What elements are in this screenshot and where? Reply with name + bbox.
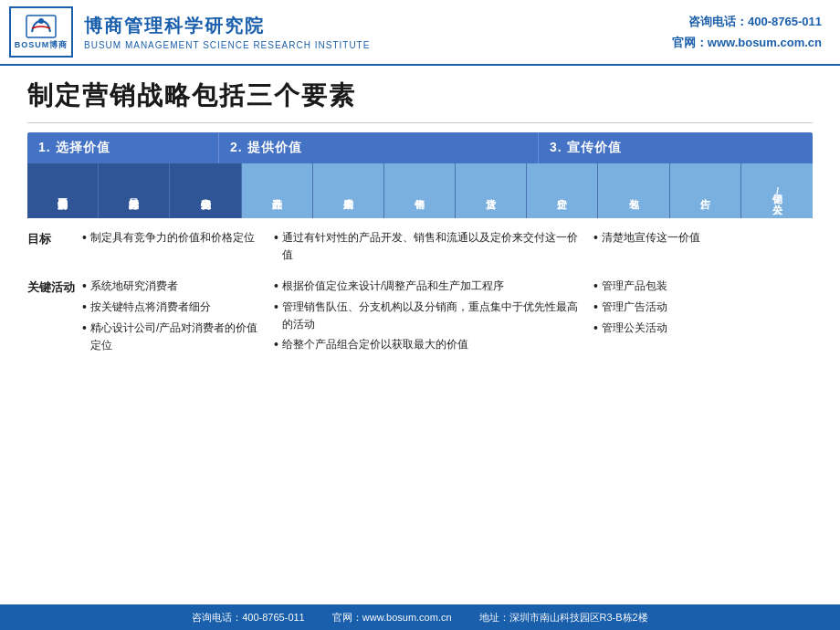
sub-cell-1: 选择目标对象 xyxy=(99,163,170,218)
mubiao-col2: 通过有针对性的产品开发、销售和流通以及定价来交付这一价值 xyxy=(267,227,586,268)
header-title-block: 博商管理科学研究院 BUSUM MANAGEMENT SCIENCE RESEA… xyxy=(84,14,370,50)
keyact-col3: 管理产品包装 管理广告活动 管理公关活动 xyxy=(586,276,813,359)
header-phone: 咨询电话：400-8765-011 xyxy=(672,11,822,32)
sub-cell-8: 包装 xyxy=(598,163,669,218)
keyact-col2-item3: 给整个产品组合定价以获取最大的价值 xyxy=(274,336,579,354)
mubiao-col3-item1: 清楚地宣传这一价值 xyxy=(593,229,805,247)
keyact-content: 系统地研究消费者 按关键特点将消费者细分 精心设计公司/产品对消费者的价值定位 … xyxy=(75,276,813,359)
keyact-col2-item2: 管理销售队伍、分支机构以及分销商，重点集中于优先性最高的活动 xyxy=(274,299,579,333)
logo-box: BOSUM博商 xyxy=(9,6,73,58)
footer-website: 官网：www.bosum.com.cn xyxy=(332,611,452,625)
strategy-header-cell-3: 3. 宣传价值 xyxy=(539,132,813,163)
strategy-header-cell-2: 2. 提供价值 xyxy=(219,132,539,163)
mubiao-col1: 制定具有竞争力的价值和价格定位 xyxy=(75,227,267,268)
sub-cell-6: 送货 xyxy=(456,163,527,218)
sub-cell-3: 产品设计 xyxy=(242,163,313,218)
page-title: 制定营销战略包括三个要素 xyxy=(0,66,840,122)
keyact-col1-item1: 系统地研究消费者 xyxy=(82,278,259,296)
keyact-col1-item3: 精心设计公司/产品对消费者的价值定位 xyxy=(82,320,259,354)
sub-cell-0: 了解消费者的需要 xyxy=(27,163,99,218)
header-left: BOSUM博商 博商管理科学研究院 BUSUM MANAGEMENT SCIEN… xyxy=(9,6,370,58)
header-right: 咨询电话：400-8765-011 官网：www.bosum.com.cn xyxy=(672,11,822,54)
header-website: 官网：www.bosum.com.cn xyxy=(672,32,822,53)
content-grid: 目标 制定具有竞争力的价值和价格定位 通过有针对性的产品开发、销售和流通以及定价… xyxy=(27,227,813,359)
sub-cell-7: 定价 xyxy=(527,163,598,218)
mubiao-content: 制定具有竞争力的价值和价格定位 通过有针对性的产品开发、销售和流通以及定价来交付… xyxy=(75,227,813,268)
strategy-header-cell-1: 1. 选择价值 xyxy=(27,132,219,163)
main-content: 1. 选择价值 2. 提供价值 3. 宣传价值 了解消费者的需要 选择目标对象 … xyxy=(0,132,840,359)
keyact-col2: 根据价值定位来设计/调整产品和生产加工程序 管理销售队伍、分支机构以及分销商，重… xyxy=(267,276,586,359)
sub-cell-10: 促销/公关 xyxy=(741,163,813,218)
sub-cell-5: 销售 xyxy=(384,163,456,218)
footer-phone: 咨询电话：400-8765-011 xyxy=(192,611,305,625)
sub-cell-9: 广告 xyxy=(670,163,741,218)
keyact-col3-item1: 管理产品包装 xyxy=(593,278,805,296)
sub-cell-2: 确定价值组合 xyxy=(170,163,241,218)
footer: 咨询电话：400-8765-011 官网：www.bosum.com.cn 地址… xyxy=(0,604,840,630)
sub-cell-4: 采购生产 xyxy=(313,163,384,218)
keyact-col2-item1: 根据价值定位来设计/调整产品和生产加工程序 xyxy=(274,278,579,296)
logo-text: BOSUM博商 xyxy=(15,39,68,51)
footer-address: 地址：深圳市南山科技园区R3-B栋2楼 xyxy=(479,611,648,625)
logo-icon xyxy=(25,14,58,39)
keyact-col1: 系统地研究消费者 按关键特点将消费者细分 精心设计公司/产品对消费者的价值定位 xyxy=(75,276,267,359)
header: BOSUM博商 博商管理科学研究院 BUSUM MANAGEMENT SCIEN… xyxy=(0,0,840,66)
keyact-col3-item2: 管理广告活动 xyxy=(593,299,805,317)
keyact-col1-item2: 按关键特点将消费者细分 xyxy=(82,299,259,317)
strategy-sub-row: 了解消费者的需要 选择目标对象 确定价值组合 产品设计 采购生产 销售 送货 定… xyxy=(27,163,813,218)
mubiao-col3: 清楚地宣传这一价值 xyxy=(586,227,813,268)
header-title-en: BUSUM MANAGEMENT SCIENCE RESEARCH INSTIT… xyxy=(84,40,370,50)
mubiao-col2-item1: 通过有针对性的产品开发、销售和流通以及定价来交付这一价值 xyxy=(274,229,579,264)
keyact-label: 关键活动 xyxy=(27,276,75,359)
strategy-table: 1. 选择价值 2. 提供价值 3. 宣传价值 了解消费者的需要 选择目标对象 … xyxy=(27,132,813,218)
strategy-header-row: 1. 选择价值 2. 提供价值 3. 宣传价值 xyxy=(27,132,813,163)
mubiao-col1-item1: 制定具有竞争力的价值和价格定位 xyxy=(82,229,259,247)
keyact-col3-item3: 管理公关活动 xyxy=(593,320,805,338)
header-title-cn: 博商管理科学研究院 xyxy=(84,14,370,38)
title-divider xyxy=(27,122,813,123)
svg-point-1 xyxy=(38,18,44,24)
mubiao-label: 目标 xyxy=(27,227,75,268)
